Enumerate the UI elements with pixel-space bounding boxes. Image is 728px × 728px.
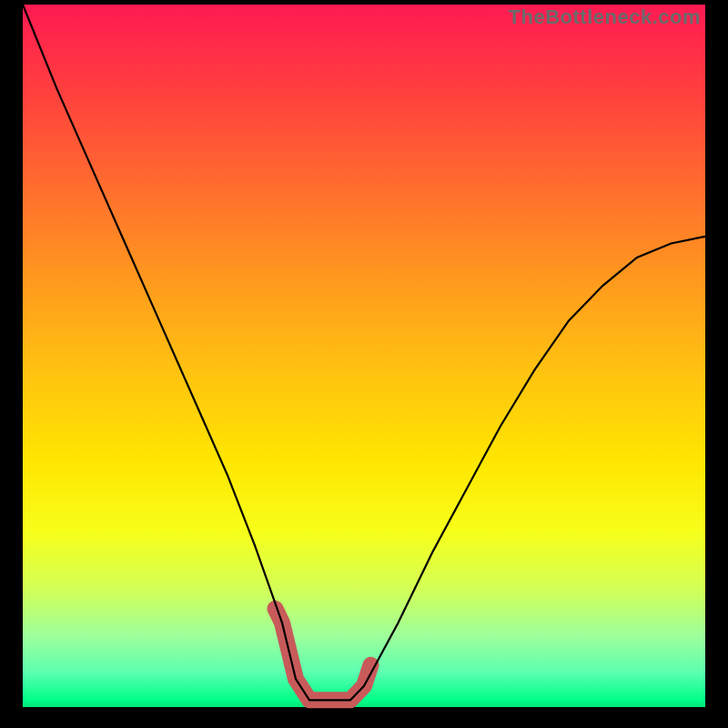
chart-overlay [23,5,705,707]
chart-frame: TheBottleneck.com [0,0,728,728]
watermark-text: TheBottleneck.com [509,5,701,29]
bottleneck-curve [23,5,705,700]
